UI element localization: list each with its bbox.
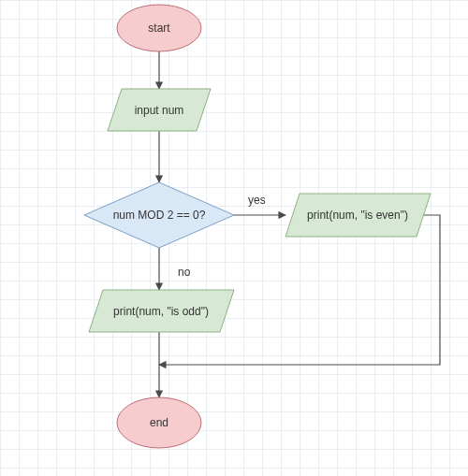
edge-label-yes: yes (248, 194, 266, 207)
node-even-label: print(num, "is even") (307, 209, 408, 222)
edge-decision-to-even: yes (234, 194, 285, 215)
node-end-label: end (150, 416, 168, 429)
node-input-label: input num (135, 104, 184, 117)
node-start-label: start (148, 22, 170, 35)
node-input: input num (108, 89, 211, 131)
node-start: start (117, 5, 201, 51)
node-end: end (117, 397, 201, 448)
node-even: print(num, "is even") (285, 194, 431, 237)
node-decision-label: num MOD 2 == 0? (113, 209, 206, 222)
flowchart-canvas: yes no start input num num MOD 2 == 0? p… (0, 0, 468, 476)
edge-decision-to-odd: no (159, 248, 191, 290)
edge-label-no: no (178, 266, 191, 279)
node-decision: num MOD 2 == 0? (84, 182, 234, 248)
node-odd: print(num, "is odd") (89, 290, 234, 332)
node-odd-label: print(num, "is odd") (113, 305, 209, 318)
